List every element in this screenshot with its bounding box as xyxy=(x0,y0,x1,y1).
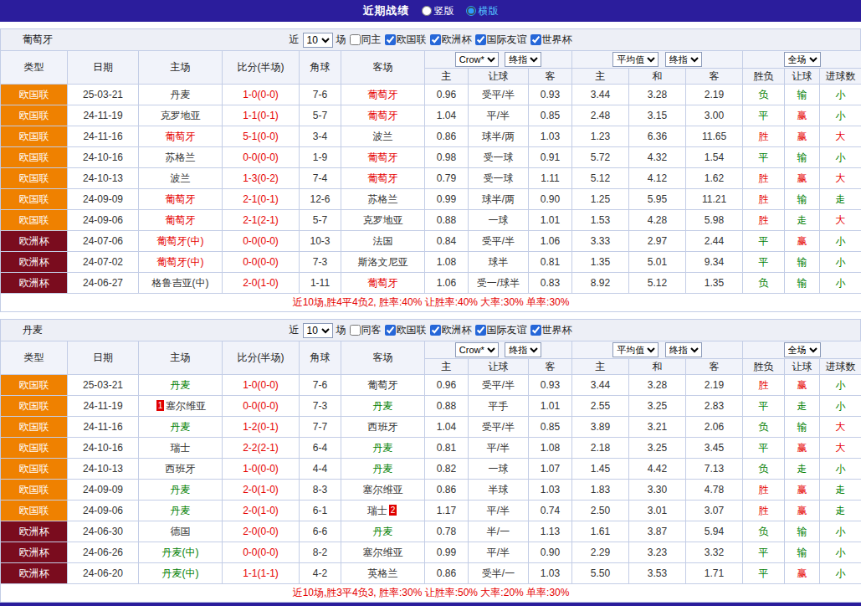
home-team: 苏格兰 xyxy=(139,147,223,168)
euro-cup-checkbox[interactable] xyxy=(430,325,441,336)
match-date: 24-07-02 xyxy=(68,252,139,273)
eu-average-select[interactable]: 平均值 xyxy=(612,52,659,67)
league-option-nations[interactable]: 欧国联 xyxy=(385,323,427,337)
friendly-checkbox[interactable] xyxy=(475,325,486,336)
sub-eu-home: 主 xyxy=(572,69,629,85)
corner-count: 7-3 xyxy=(300,396,341,417)
bookmaker-select[interactable]: Crow* xyxy=(455,52,499,67)
eu-average-select[interactable]: 平均值 xyxy=(612,342,659,357)
eu-home-odds: 2.29 xyxy=(572,542,629,563)
recent-count-select[interactable]: 10 xyxy=(303,323,333,338)
result-handicap: 赢 xyxy=(785,438,820,459)
eu-draw-odds: 3.23 xyxy=(629,542,686,563)
eu-final-odds-select[interactable]: 终指 xyxy=(665,52,702,67)
ah-final-odds-select[interactable]: 终指 xyxy=(505,52,541,67)
eu-home-odds: 8.92 xyxy=(572,273,629,294)
eu-away-odds: 11.65 xyxy=(686,126,743,147)
corner-count: 7-6 xyxy=(300,85,341,105)
bookmaker-select[interactable]: Crow* xyxy=(455,342,499,357)
home-team: 波兰 xyxy=(139,168,223,189)
vertical-layout-option[interactable]: 竖版 xyxy=(422,4,454,18)
league-option-euro[interactable]: 欧洲杯 xyxy=(430,323,472,337)
worldcup-checkbox[interactable] xyxy=(530,34,541,45)
ah-line: 平手 xyxy=(469,396,529,417)
result-handicap: 走 xyxy=(785,396,820,417)
home-team: 丹麦 xyxy=(139,85,223,105)
ah-away-odds: 0.91 xyxy=(529,147,572,168)
league-type-cell: 欧国联 xyxy=(1,189,68,210)
team-name: 丹麦 xyxy=(171,379,191,391)
corner-count: 4-2 xyxy=(300,563,341,584)
league-option-worldcup[interactable]: 世界杯 xyxy=(530,323,572,337)
ah-line: 受一球 xyxy=(469,147,529,168)
result-handicap: 输 xyxy=(785,417,820,438)
team-name: 塞尔维亚 xyxy=(363,547,403,558)
match-row: 欧国联24-11-19克罗地亚1-1(0-1)5-7葡萄牙1.04平/半0.85… xyxy=(1,105,861,126)
league-option-worldcup[interactable]: 世界杯 xyxy=(530,33,572,47)
horizontal-layout-option[interactable]: 横版 xyxy=(466,4,499,18)
eu-away-odds: 2.19 xyxy=(686,85,743,105)
match-date: 24-10-16 xyxy=(68,147,139,168)
vertical-layout-radio[interactable] xyxy=(422,6,432,16)
nations-league-checkbox[interactable] xyxy=(385,325,396,336)
ah-away-odds: 1.03 xyxy=(529,126,572,147)
team-name: 瑞士 xyxy=(171,442,191,454)
team-name: 葡萄牙 xyxy=(166,131,196,142)
home-team: 丹麦(中) xyxy=(139,563,223,584)
away-team: 葡萄牙 xyxy=(341,168,425,189)
league-option-euro[interactable]: 欧洲杯 xyxy=(430,33,472,47)
league-option-friendly[interactable]: 国际友谊 xyxy=(475,323,527,337)
same-venue-option[interactable]: 同客 xyxy=(350,323,382,337)
horizontal-layout-radio[interactable] xyxy=(466,6,476,16)
nations-league-checkbox[interactable] xyxy=(385,34,396,45)
sub-eu-draw: 和 xyxy=(629,359,686,375)
league-option-friendly[interactable]: 国际友谊 xyxy=(475,33,527,47)
ah-home-odds: 0.88 xyxy=(425,210,469,231)
league-option-nations[interactable]: 欧国联 xyxy=(385,33,427,47)
ah-final-odds-select[interactable]: 终指 xyxy=(505,342,541,357)
red-card-badge: 2 xyxy=(389,505,397,516)
match-row: 欧国联24-10-13波兰1-3(0-2)7-4葡萄牙0.79受一球1.115.… xyxy=(1,168,861,189)
league-type-cell: 欧洲杯 xyxy=(1,563,68,584)
result-handicap: 输 xyxy=(785,273,820,294)
ah-line: 受半/一 xyxy=(469,563,529,584)
team-name: 丹麦 xyxy=(171,421,191,433)
ah-home-odds: 1.06 xyxy=(425,273,469,294)
result-outcome: 平 xyxy=(743,396,785,417)
recent-count-select[interactable]: 10 xyxy=(303,33,333,48)
away-team: 丹麦 xyxy=(341,396,425,417)
result-goals: 小 xyxy=(820,521,861,542)
result-outcome: 平 xyxy=(743,563,785,584)
result-handicap: 赢 xyxy=(785,168,820,189)
result-goals: 小 xyxy=(820,252,861,273)
ah-line: 球半/两 xyxy=(469,126,529,147)
home-team: 丹麦 xyxy=(139,417,223,438)
same-venue-checkbox[interactable] xyxy=(350,34,361,45)
match-scope-select[interactable]: 全场 xyxy=(784,342,821,357)
sub-handicap: 让球 xyxy=(785,69,820,85)
team-name: 葡萄牙 xyxy=(368,277,398,289)
corner-count: 7-6 xyxy=(300,375,341,396)
ah-home-odds: 1.17 xyxy=(425,501,469,521)
team-name: 葡萄牙 xyxy=(368,379,398,391)
league-type-cell: 欧洲杯 xyxy=(1,252,68,273)
match-row: 欧国联24-10-13西班牙1-0(0-0)4-4丹麦0.82一球1.071.4… xyxy=(1,459,861,480)
result-handicap: 赢 xyxy=(785,480,820,501)
friendly-checkbox[interactable] xyxy=(475,34,486,45)
near-label: 近 xyxy=(290,33,300,47)
result-goals: 小 xyxy=(820,147,861,168)
match-row: 欧国联24-11-16丹麦1-2(0-1)7-7西班牙1.04受平/半0.853… xyxy=(1,417,861,438)
away-team: 西班牙 xyxy=(341,417,425,438)
sub-result: 胜负 xyxy=(743,69,785,85)
ah-away-odds: 0.93 xyxy=(529,85,572,105)
col-corner: 角球 xyxy=(300,341,341,375)
same-venue-checkbox[interactable] xyxy=(350,325,361,336)
eu-final-odds-select[interactable]: 终指 xyxy=(665,342,702,357)
corner-count: 1-9 xyxy=(300,147,341,168)
same-venue-option[interactable]: 同主 xyxy=(350,33,382,47)
match-scope-select[interactable]: 全场 xyxy=(784,52,821,67)
away-team: 葡萄牙 xyxy=(341,85,425,105)
ah-home-odds: 0.82 xyxy=(425,459,469,480)
euro-cup-checkbox[interactable] xyxy=(430,34,441,45)
worldcup-checkbox[interactable] xyxy=(530,325,541,336)
